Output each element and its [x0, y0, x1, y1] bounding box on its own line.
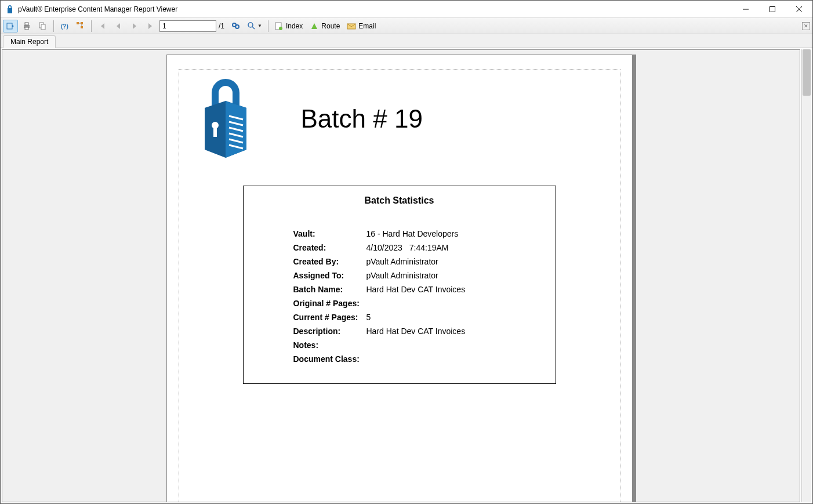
close-button[interactable] [786, 1, 812, 17]
email-button[interactable]: Email [344, 20, 379, 32]
row-desc: Description: Hard Hat Dev CAT Invoices [244, 324, 556, 338]
label-currpages: Current # Pages: [293, 313, 366, 322]
chevron-down-icon: ▼ [257, 23, 262, 28]
scrollbar-thumb[interactable] [803, 49, 811, 96]
svg-rect-4 [25, 27, 28, 30]
index-label: Index [286, 22, 303, 30]
app-lock-icon [5, 5, 14, 14]
label-createdby: Created By: [293, 257, 366, 266]
label-desc: Description: [293, 327, 366, 336]
toolbar: (?) /1 ▼ Index Route Email [1, 18, 812, 34]
svg-text:(?): (?) [61, 23, 68, 30]
export-button[interactable] [3, 20, 18, 32]
report-header: Batch # 19 [191, 75, 608, 162]
value-desc: Hard Hat Dev CAT Invoices [366, 327, 466, 336]
group-tree-button[interactable] [73, 20, 88, 32]
row-origpages: Original # Pages: [244, 296, 556, 310]
svg-rect-0 [770, 6, 775, 12]
row-createdby: Created By: pVault Administrator [244, 255, 556, 269]
first-page-button[interactable] [95, 20, 110, 32]
print-button[interactable] [19, 20, 34, 32]
value-createdby: pVault Administrator [366, 257, 438, 266]
label-notes: Notes: [293, 340, 366, 350]
label-batchname: Batch Name: [293, 285, 366, 294]
page-shadow: Batch # 19 Batch Statistics Vault: 16 - … [166, 55, 636, 502]
copy-button[interactable] [35, 20, 50, 32]
row-currpages: Current # Pages: 5 [244, 310, 556, 324]
row-assigned: Assigned To: pVault Administrator [244, 269, 556, 282]
route-button[interactable]: Route [307, 20, 343, 32]
tab-main-report[interactable]: Main Report [3, 35, 56, 48]
last-page-button[interactable] [143, 20, 158, 32]
toggle-parameters-button[interactable]: (?) [57, 20, 72, 32]
label-docclass: Document Class: [293, 354, 366, 364]
route-label: Route [321, 22, 340, 30]
label-assigned: Assigned To: [293, 271, 366, 280]
batch-title: Batch # 19 [301, 104, 423, 133]
svg-rect-9 [81, 22, 83, 24]
svg-rect-18 [213, 128, 217, 137]
page-number-input[interactable] [159, 20, 216, 32]
close-panel-button[interactable]: ✕ [802, 22, 810, 30]
report-viewport[interactable]: Batch # 19 Batch Statistics Vault: 16 - … [2, 49, 800, 502]
vertical-scrollbar[interactable] [801, 49, 811, 502]
svg-rect-8 [77, 22, 79, 24]
svg-rect-3 [25, 23, 28, 25]
page-inner: Batch # 19 Batch Statistics Vault: 16 - … [179, 69, 620, 502]
report-page: Batch # 19 Batch Statistics Vault: 16 - … [166, 55, 633, 502]
created-time: 7:44:19AM [409, 243, 449, 252]
svg-rect-6 [41, 24, 45, 30]
titlebar: pVault® Enterprise Content Manager Repor… [1, 1, 812, 18]
svg-rect-10 [81, 26, 83, 28]
row-docclass: Document Class: [244, 352, 556, 366]
next-page-button[interactable] [127, 20, 142, 32]
prev-page-button[interactable] [111, 20, 126, 32]
created-date: 4/10/2023 [366, 243, 402, 252]
tabstrip: Main Report [1, 34, 812, 48]
label-vault: Vault: [293, 229, 366, 238]
app-window: pVault® Enterprise Content Manager Repor… [0, 0, 813, 504]
value-created: 4/10/20237:44:19AM [366, 243, 449, 252]
svg-point-15 [279, 27, 282, 30]
window-controls [732, 1, 812, 17]
svg-point-13 [248, 23, 253, 27]
row-created: Created: 4/10/20237:44:19AM [244, 241, 556, 255]
page-total-label: /1 [219, 22, 224, 30]
row-vault: Vault: 16 - Hard Hat Developers [244, 227, 556, 241]
stats-box: Batch Statistics Vault: 16 - Hard Hat De… [243, 186, 556, 384]
zoom-button[interactable]: ▼ [244, 20, 265, 32]
index-button[interactable]: Index [271, 20, 306, 32]
value-assigned: pVault Administrator [366, 271, 438, 280]
stats-heading: Batch Statistics [244, 195, 556, 206]
value-vault: 16 - Hard Hat Developers [366, 229, 459, 238]
svg-point-12 [235, 25, 239, 28]
lock-logo-icon [197, 75, 255, 162]
maximize-button[interactable] [759, 1, 786, 17]
label-origpages: Original # Pages: [293, 299, 366, 308]
svg-rect-1 [7, 23, 12, 29]
find-button[interactable] [228, 20, 243, 32]
email-label: Email [358, 22, 376, 30]
window-title: pVault® Enterprise Content Manager Repor… [18, 5, 177, 13]
viewer-wrap: Batch # 19 Batch Statistics Vault: 16 - … [1, 48, 812, 503]
value-currpages: 5 [366, 313, 371, 322]
minimize-button[interactable] [732, 1, 759, 17]
label-created: Created: [293, 243, 366, 252]
row-notes: Notes: [244, 338, 556, 352]
row-batchname: Batch Name: Hard Hat Dev CAT Invoices [244, 282, 556, 296]
value-batchname: Hard Hat Dev CAT Invoices [366, 285, 466, 294]
